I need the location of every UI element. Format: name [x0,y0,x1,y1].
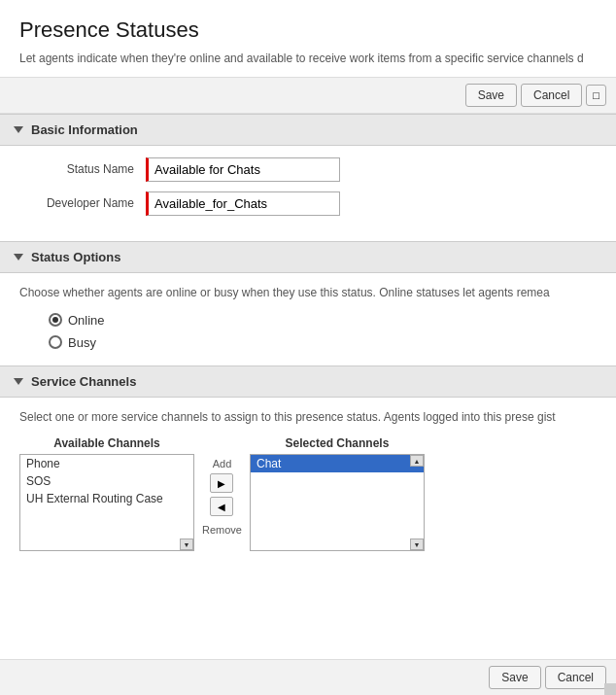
top-toolbar: Save Cancel □ [0,78,616,114]
available-channel-phone[interactable]: Phone [20,455,193,472]
page-header: Presence Statuses Let agents indicate wh… [0,0,616,78]
status-name-label: Status Name [19,162,146,176]
available-scroll-down[interactable]: ▼ [180,539,193,550]
selected-scroll-down[interactable]: ▼ [410,539,424,550]
status-options-section: Status Options Choose whether agents are… [0,241,616,365]
radio-online[interactable] [49,313,62,327]
add-remove-buttons: Add ▶ ◀ Remove [194,436,250,536]
service-channels-description: Select one or more service channels to a… [19,409,597,426]
collapse-triangle-channels [14,378,23,385]
basic-information-label: Basic Information [31,122,138,137]
resize-handle[interactable] [604,683,616,695]
radio-online-row[interactable]: Online [49,313,597,328]
page-description: Let agents indicate when they're online … [19,51,597,67]
selected-channels-outer: Chat ▲ ▼ [250,454,425,551]
status-options-label: Status Options [31,250,120,264]
available-scroll-down-btn[interactable]: ▼ [180,539,193,550]
cancel-button-bottom[interactable]: Cancel [545,666,606,689]
save-button-top[interactable]: Save [465,84,517,107]
selected-scroll-down-btn[interactable]: ▼ [410,539,424,550]
selected-scroll-up-btn[interactable]: ▲ [410,455,424,467]
remove-label: Remove [202,524,242,536]
basic-information-header: Basic Information [0,114,616,146]
developer-name-label: Developer Name [19,196,146,210]
selected-channels-wrapper: Selected Channels Chat ▲ ▼ [250,436,425,551]
page-container: Presence Statuses Let agents indicate wh… [0,0,616,695]
selected-channels-label: Selected Channels [286,436,390,450]
radio-busy[interactable] [49,335,62,349]
available-channel-sos[interactable]: SOS [20,472,193,490]
service-channels-header: Service Channels [0,365,616,398]
selected-channel-chat[interactable]: Chat [251,455,424,472]
collapse-triangle-status [14,254,23,261]
radio-online-label: Online [68,313,105,328]
save-button-bottom[interactable]: Save [489,666,540,689]
status-options-body: Choose whether agents are online or busy… [0,273,616,365]
service-channels-section: Service Channels Select one or more serv… [0,365,616,568]
status-radio-group: Online Busy [19,313,597,350]
resize-icon-top[interactable]: □ [586,85,606,106]
status-options-description: Choose whether agents are online or busy… [19,285,597,301]
basic-information-section: Basic Information Status Name Developer … [0,114,616,241]
service-channels-body: Select one or more service channels to a… [0,398,616,568]
available-channels-label: Available Channels [53,436,160,450]
available-channel-uh[interactable]: UH External Routing Case [20,490,193,507]
status-options-header: Status Options [0,241,616,273]
page-title: Presence Statuses [19,17,597,43]
basic-information-body: Status Name Developer Name [0,146,616,241]
footer-toolbar: Save Cancel [0,659,616,695]
available-channels-outer: Phone SOS UH External Routing Case ▼ [19,454,194,551]
selected-scroll-up[interactable]: ▲ [410,455,424,467]
available-channels-listbox[interactable]: Phone SOS UH External Routing Case [19,454,194,551]
cancel-button-top[interactable]: Cancel [521,84,582,107]
developer-name-row: Developer Name [19,191,597,216]
collapse-triangle-basic [14,126,23,133]
developer-name-input[interactable] [146,191,340,216]
radio-busy-row[interactable]: Busy [49,335,597,350]
radio-busy-label: Busy [68,335,96,350]
add-button[interactable]: ▶ [210,473,233,493]
channels-container: Available Channels Phone SOS UH External… [19,436,597,551]
form-body: Basic Information Status Name Developer … [0,114,616,587]
available-channels-wrapper: Available Channels Phone SOS UH External… [19,436,194,551]
add-label: Add [213,458,232,469]
selected-channels-listbox[interactable]: Chat [250,454,425,551]
status-name-input[interactable] [146,157,340,182]
remove-button[interactable]: ◀ [210,497,233,516]
service-channels-label: Service Channels [31,374,136,389]
status-name-row: Status Name [19,157,597,182]
